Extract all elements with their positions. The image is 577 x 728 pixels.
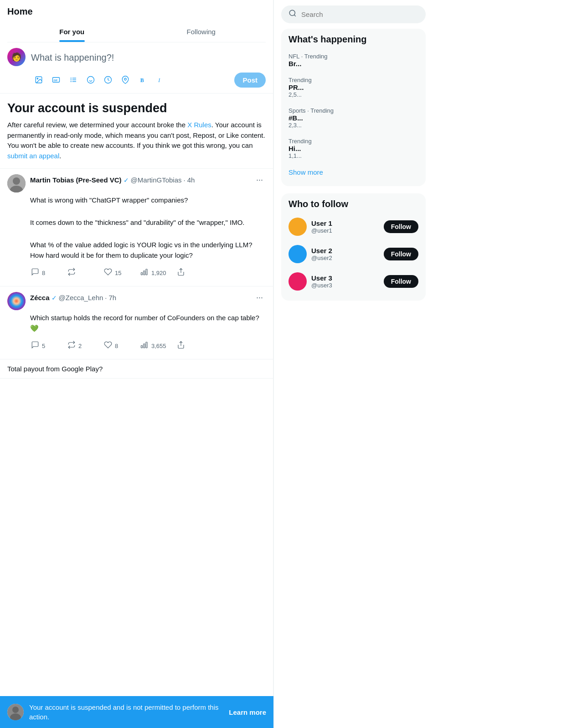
gif-icon[interactable]: GIF	[48, 72, 64, 88]
follow-button-1[interactable]: Follow	[384, 220, 418, 233]
trending-item-1-category: NFL · Trending	[288, 53, 418, 60]
trending-item-2[interactable]: Trending PR... 2,5...	[281, 72, 426, 103]
svg-rect-22	[146, 269, 147, 275]
suspension-text: After careful review, we determined your…	[7, 120, 266, 161]
tweet-1-line-2: It comes down to the "thickness" and "du…	[30, 218, 266, 228]
main-feed: Home For you Following 🧑 What is happeni…	[0, 0, 273, 728]
svg-text:GIF: GIF	[54, 79, 58, 82]
tweet-1-line-1: What is wrong with "ChatGPT wrapper" com…	[30, 195, 266, 206]
svg-point-14	[124, 78, 127, 80]
tab-for-you[interactable]: For you	[7, 21, 137, 42]
learn-more-button[interactable]: Learn more	[229, 708, 266, 716]
tweet-1-dot: ·	[184, 176, 185, 184]
follow-avatar-3	[288, 272, 307, 291]
x-rules-link[interactable]: X Rules	[187, 121, 211, 129]
follow-avatar-2	[288, 245, 307, 263]
svg-rect-21	[144, 271, 145, 275]
tab-following[interactable]: Following	[137, 21, 266, 42]
trending-section: What's happening NFL · Trending Br... Tr…	[281, 29, 426, 186]
compose-placeholder[interactable]: What is happening?!	[31, 48, 266, 72]
follow-info-1: User 1 @user1	[311, 219, 379, 234]
tweet-1-like-count: 15	[115, 270, 121, 276]
tweet-1-time: 4h	[187, 176, 195, 184]
svg-rect-27	[146, 342, 147, 348]
follow-button-3[interactable]: Follow	[384, 275, 418, 288]
tweet-1-retweet-action[interactable]	[63, 265, 99, 281]
tweet-2-reply-action[interactable]: 5	[26, 338, 63, 354]
trending-item-1[interactable]: NFL · Trending Br...	[281, 48, 426, 72]
tweet-2-like-action[interactable]: 8	[99, 338, 136, 354]
tweet-1-share-action[interactable]	[172, 265, 209, 281]
tweet-2-time: 7h	[109, 294, 117, 302]
tweet-1-like-action[interactable]: 15	[99, 265, 136, 281]
tweet-2-share-action[interactable]	[172, 338, 209, 354]
tweet-1-reply-action[interactable]: 8	[26, 265, 63, 281]
italic-icon[interactable]: I	[152, 72, 168, 88]
trending-item-3[interactable]: Sports · Trending #B... 2,3...	[281, 103, 426, 133]
tweet-2-more-icon[interactable]: ···	[253, 292, 266, 303]
page-title: Home	[7, 6, 266, 21]
post-button[interactable]: Post	[234, 73, 266, 88]
tweet-2-header: Zécca ✓ @Zecca_Lehn · 7h ···	[7, 292, 266, 310]
trending-item-4-category: Trending	[288, 138, 418, 145]
tweet-2-avatar	[7, 292, 26, 310]
search-input[interactable]	[301, 10, 418, 18]
tweet-2-meta: Zécca ✓ @Zecca_Lehn · 7h ···	[30, 292, 266, 303]
search-icon	[288, 9, 297, 20]
bold-icon[interactable]: B	[135, 72, 150, 88]
notif-avatar	[7, 704, 24, 720]
trending-item-4[interactable]: Trending Hi... 1,1...	[281, 133, 426, 164]
image-icon[interactable]	[31, 72, 46, 88]
svg-point-24	[7, 292, 26, 310]
follow-item-1[interactable]: User 1 @user1 Follow	[281, 213, 426, 240]
svg-point-4	[71, 78, 72, 78]
tweet-2-actions: 5 2 8	[7, 338, 266, 354]
trending-item-2-name: PR...	[288, 83, 418, 91]
tweet-2[interactable]: Zécca ✓ @Zecca_Lehn · 7h ··· Which start…	[0, 286, 273, 359]
tweet-2-author-name: Zécca	[30, 294, 50, 302]
tweet-1-more-icon[interactable]: ···	[253, 174, 266, 186]
notification-text: Your account is suspended and is not per…	[29, 702, 223, 722]
tweet-2-like-count: 8	[115, 343, 118, 349]
trending-title: What's happening	[281, 34, 426, 48]
follow-item-3[interactable]: User 3 @user3 Follow	[281, 268, 426, 295]
notification-bar: Your account is suspended and is not per…	[0, 696, 273, 728]
tweet-1-avatar	[7, 174, 26, 192]
follow-item-2[interactable]: User 2 @user2 Follow	[281, 240, 426, 268]
tweet-2-text: Which startup holds the record for numbe…	[30, 313, 266, 333]
views-icon	[140, 268, 149, 278]
suspension-title: Your account is suspended	[7, 101, 266, 115]
appeal-link[interactable]: submit an appeal	[7, 152, 59, 160]
show-more-trending[interactable]: Show more	[281, 164, 426, 181]
trending-item-2-category: Trending	[288, 77, 418, 83]
search-bar[interactable]	[281, 5, 426, 23]
tweet-2-views-action[interactable]: 3,655	[136, 338, 172, 354]
tweet-1-views-count: 1,920	[151, 270, 166, 276]
trending-item-4-name: Hi...	[288, 145, 418, 152]
tweet-1-body: What is wrong with "ChatGPT wrapper" com…	[7, 195, 266, 260]
tweet-2-retweet-action[interactable]: 2	[63, 338, 99, 354]
tweet-2-verified-icon: ✓	[52, 294, 57, 302]
tweet-1-meta: Martin Tobias (Pre-Seed VC) ✓ @MartinGTo…	[30, 174, 266, 186]
tabs: For you Following	[7, 21, 266, 42]
trending-item-4-count: 1,1...	[288, 152, 418, 159]
svg-point-30	[12, 707, 19, 713]
like-icon-2	[104, 341, 112, 351]
emoji-icon[interactable]	[83, 72, 98, 88]
follow-button-2[interactable]: Follow	[384, 248, 418, 260]
tweet-1-actions: 8 15	[7, 265, 266, 281]
share-icon	[177, 268, 185, 278]
follow-avatar-1	[288, 218, 307, 236]
svg-text:B: B	[140, 77, 144, 83]
svg-point-18	[13, 177, 20, 185]
schedule-icon[interactable]	[100, 72, 116, 88]
tweet-2-retweet-count: 2	[78, 343, 82, 349]
svg-point-32	[289, 10, 295, 16]
tweet-2-handle: @Zecca_Lehn	[59, 294, 103, 302]
location-icon[interactable]	[118, 72, 133, 88]
list-icon[interactable]	[66, 72, 81, 88]
tweet-1-views-action[interactable]: 1,920	[136, 265, 172, 281]
retweet-icon	[67, 268, 76, 278]
tweet-1[interactable]: Martin Tobias (Pre-Seed VC) ✓ @MartinGTo…	[0, 169, 273, 286]
svg-line-33	[294, 15, 295, 16]
